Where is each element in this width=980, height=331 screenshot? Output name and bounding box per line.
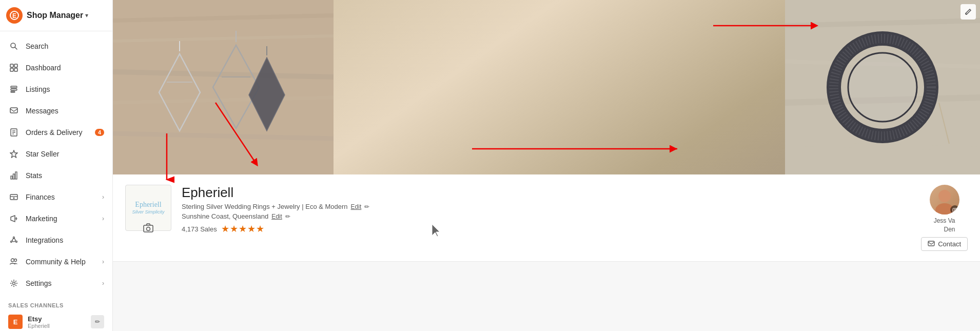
svg-rect-11 <box>10 108 17 113</box>
search-icon <box>8 41 19 52</box>
svg-rect-8 <box>11 86 17 88</box>
listings-icon <box>8 84 19 95</box>
sidebar-item-orders[interactable]: Orders & Delivery 4 <box>0 122 112 143</box>
subtitle-edit-link[interactable]: Edit <box>351 203 362 210</box>
main-content: Epheriell Silver Simplicity ◇ Wedding Ri… <box>113 0 980 331</box>
shop-banner: Epheriell Silver Simplicity ◇ Wedding Ri… <box>113 0 980 174</box>
sidebar-item-search[interactable]: Search <box>0 35 112 57</box>
finances-icon <box>8 191 19 203</box>
dashboard-icon <box>8 62 19 73</box>
sidebar-item-label-integrations: Integrations <box>26 236 104 244</box>
shop-manager-header[interactable]: E Shop Manager ▾ <box>0 0 112 31</box>
sidebar-nav: Search Dashboard Listings Messages <box>0 31 112 298</box>
svg-rect-10 <box>11 91 15 92</box>
shop-stats: 4,173 Sales ★★★★★ <box>182 223 911 235</box>
location-edit-icon[interactable]: ✏ <box>285 213 290 220</box>
banner-right-photo <box>785 0 980 174</box>
avatar-camera-button[interactable] <box>950 205 959 215</box>
svg-point-33 <box>14 259 17 262</box>
orders-badge: 4 <box>95 129 104 136</box>
user-card: Jess Va Den Contact <box>921 185 968 251</box>
logo-shop-sub: Silver Simplicity <box>132 209 164 216</box>
etsy-channel-info: Etsy Epheriell <box>28 315 91 329</box>
svg-point-69 <box>954 209 955 211</box>
banner-left-photo <box>113 0 334 174</box>
sidebar-item-finances[interactable]: Finances › <box>0 186 112 208</box>
svg-rect-19 <box>15 172 17 179</box>
svg-point-65 <box>147 227 150 231</box>
svg-point-66 <box>938 190 951 202</box>
svg-rect-5 <box>14 64 17 67</box>
sidebar-item-label-search: Search <box>26 42 104 50</box>
sidebar-item-listings[interactable]: Listings <box>0 79 112 100</box>
svg-line-3 <box>15 47 17 49</box>
sidebar-item-label-community: Community & Help <box>26 258 102 266</box>
svg-marker-16 <box>10 150 17 158</box>
stats-icon <box>8 170 19 181</box>
sidebar-item-label-star-seller: Star Seller <box>26 150 104 158</box>
etsy-channel-icon: E <box>8 315 23 329</box>
etsy-channel-name: Etsy <box>28 315 91 323</box>
sidebar-item-marketing[interactable]: Marketing › <box>0 208 112 229</box>
svg-point-30 <box>11 241 12 243</box>
subtitle-edit-icon[interactable]: ✏ <box>364 203 369 210</box>
sidebar-item-label-listings: Listings <box>26 85 104 93</box>
finances-arrow: › <box>102 193 104 201</box>
user-names: Jess Va Den <box>934 217 955 234</box>
sidebar-item-community[interactable]: Community & Help › <box>0 251 112 272</box>
sidebar-item-messages[interactable]: Messages <box>0 100 112 122</box>
svg-rect-4 <box>10 64 13 67</box>
etsy-channel-sub: Epheriell <box>28 323 91 329</box>
svg-rect-7 <box>14 68 17 71</box>
contact-button[interactable]: Contact <box>921 237 968 251</box>
shop-stars: ★★★★★ <box>221 223 265 235</box>
integrations-icon <box>8 235 19 246</box>
sidebar-item-stats[interactable]: Stats <box>0 165 112 186</box>
svg-rect-6 <box>10 68 13 71</box>
svg-rect-70 <box>928 241 934 246</box>
svg-rect-17 <box>11 176 12 179</box>
shop-info: Epheriell Sterling Silver Wedding Rings … <box>182 185 911 235</box>
sidebar-item-dashboard[interactable]: Dashboard <box>0 57 112 79</box>
svg-rect-18 <box>13 174 15 179</box>
sidebar-item-label-finances: Finances <box>26 193 102 201</box>
logo-camera-button[interactable] <box>143 222 154 236</box>
marketing-icon <box>8 213 19 224</box>
earrings-image <box>113 0 334 174</box>
user-avatar <box>930 185 959 215</box>
svg-point-22 <box>13 198 15 199</box>
svg-point-28 <box>13 237 15 239</box>
ring-image <box>785 0 980 174</box>
star-seller-icon <box>8 148 19 160</box>
sidebar-item-settings[interactable]: Settings › <box>0 272 112 294</box>
etsy-edit-button[interactable]: ✏ <box>91 315 104 328</box>
svg-rect-35 <box>113 0 334 174</box>
svg-point-34 <box>13 282 15 285</box>
sales-channel-etsy[interactable]: E Etsy Epheriell ✏ <box>0 310 112 331</box>
shop-manager-title: Shop Manager <box>27 11 83 20</box>
community-arrow: › <box>102 258 104 265</box>
svg-point-29 <box>16 241 17 243</box>
messages-icon <box>8 105 19 116</box>
sidebar-item-label-marketing: Marketing <box>26 215 102 223</box>
shop-manager-chevron: ▾ <box>85 12 88 19</box>
sidebar-item-label-settings: Settings <box>26 279 102 287</box>
shop-subtitle: Sterling Silver Wedding Rings + Jewelry … <box>182 203 911 210</box>
profile-section: Epheriell Silver Simplicity Epheriell St… <box>113 174 980 262</box>
settings-icon <box>8 278 19 289</box>
sidebar-item-label-dashboard: Dashboard <box>26 64 104 72</box>
svg-marker-23 <box>11 216 15 222</box>
logo-shop-name: Epheriell <box>132 200 164 209</box>
settings-arrow: › <box>102 280 104 287</box>
shop-logo-container: Epheriell Silver Simplicity <box>125 185 171 231</box>
location-edit-link[interactable]: Edit <box>271 213 282 220</box>
sidebar-item-star-seller[interactable]: Star Seller <box>0 143 112 165</box>
community-icon <box>8 256 19 267</box>
orders-icon <box>8 127 19 138</box>
sales-count: 4,173 Sales <box>182 225 217 233</box>
sidebar-item-label-orders: Orders & Delivery <box>26 128 95 137</box>
banner-edit-button[interactable] <box>961 4 976 20</box>
sidebar: E Shop Manager ▾ Search Dashboard Listin… <box>0 0 113 331</box>
sidebar-item-integrations[interactable]: Integrations <box>0 229 112 251</box>
svg-point-27 <box>12 239 15 242</box>
